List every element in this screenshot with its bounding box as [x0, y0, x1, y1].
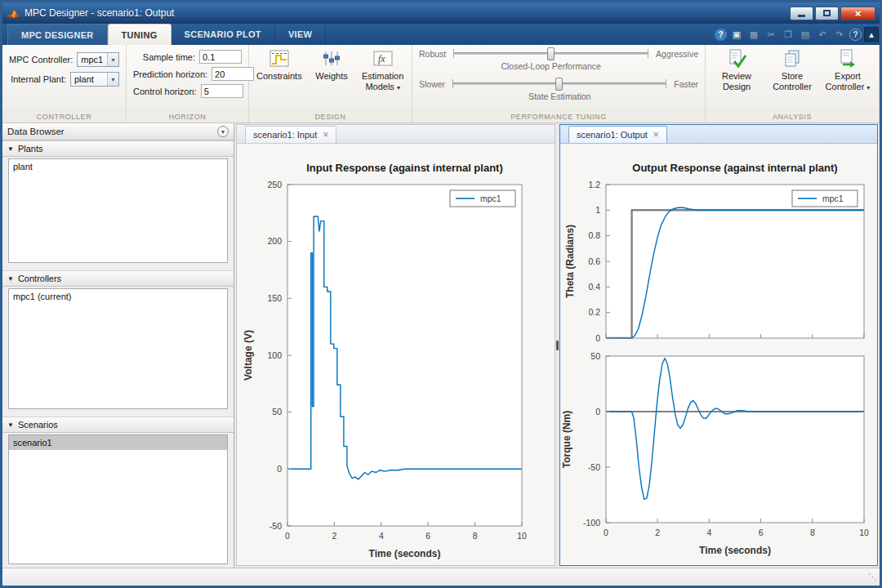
- maximize-button[interactable]: [815, 7, 839, 20]
- ribbon-tab-view[interactable]: VIEW: [275, 24, 326, 45]
- panel-splitter[interactable]: [555, 124, 559, 566]
- scenarios-title: Scenarios: [18, 420, 58, 430]
- state-estimation-slider[interactable]: State Estimation: [452, 77, 666, 105]
- redo-icon[interactable]: ↷: [832, 27, 847, 42]
- svg-text:2: 2: [655, 528, 660, 537]
- store-controller-icon: [782, 48, 803, 69]
- undo-icon[interactable]: ↶: [815, 27, 830, 42]
- prediction-horizon-label: Prediction horizon:: [133, 69, 212, 79]
- svg-text:10: 10: [517, 531, 527, 541]
- review-design-icon: [726, 48, 747, 69]
- chart-canvas: 0246810-100-50050Torque (Nm)Time (second…: [560, 348, 877, 565]
- svg-text:250: 250: [267, 180, 282, 189]
- close-button[interactable]: ×: [840, 7, 875, 20]
- help-icon[interactable]: ?: [715, 29, 727, 41]
- internal-plant-dropdown[interactable]: plant ▾: [70, 72, 119, 87]
- screenshot-icon[interactable]: ▣: [729, 27, 744, 42]
- sample-time-input[interactable]: [199, 50, 242, 64]
- controller-section: MPC Controller: mpc1 ▾ Internal Plant: p…: [2, 45, 127, 122]
- state-estimation-label: State Estimation: [452, 91, 666, 101]
- store-controller-button[interactable]: Store Controller: [768, 46, 817, 94]
- slider-handle[interactable]: [547, 47, 555, 60]
- mpc-controller-label: MPC Controller:: [9, 55, 77, 65]
- tab-scenario1-output[interactable]: scenario1: Output ×: [568, 126, 667, 143]
- analysis-section-label: ANALYSIS: [706, 110, 879, 122]
- constraints-button[interactable]: Constraints: [256, 46, 303, 84]
- svg-text:0.6: 0.6: [588, 256, 600, 266]
- svg-text:Time (seconds): Time (seconds): [699, 545, 771, 556]
- close-tab-icon[interactable]: ×: [323, 131, 328, 139]
- estimation-models-button[interactable]: fx Estimation Models ▾: [360, 46, 405, 94]
- matlab-logo-icon: [7, 7, 20, 19]
- close-icon: ×: [855, 8, 862, 19]
- close-tab-icon[interactable]: ×: [653, 131, 659, 139]
- constraints-label: Constraints: [256, 71, 302, 81]
- slower-label: Slower: [419, 77, 445, 89]
- chevron-down-icon: ▾: [397, 84, 400, 91]
- chevron-down-icon: ▾: [107, 53, 118, 66]
- ribbon-tab-scenario-plot[interactable]: SCENARIO PLOT: [172, 24, 275, 45]
- scenarios-section-header[interactable]: ▼ Scenarios: [2, 416, 234, 433]
- controllers-title: Controllers: [18, 274, 61, 283]
- svg-text:2: 2: [332, 531, 336, 541]
- internal-plant-label: Internal Plant:: [9, 74, 70, 84]
- controllers-section-header[interactable]: ▼ Controllers: [2, 270, 234, 287]
- svg-text:Torque (Nm): Torque (Nm): [561, 411, 572, 468]
- svg-text:100: 100: [267, 350, 282, 360]
- status-bar: ⋱: [2, 568, 880, 586]
- mpc-controller-dropdown[interactable]: mpc1 ▾: [77, 52, 119, 67]
- data-browser-collapse-icon[interactable]: ▼: [217, 126, 229, 137]
- cut-icon[interactable]: ✂: [764, 27, 778, 42]
- plants-section-header[interactable]: ▼ Plants: [2, 140, 234, 157]
- output-document-panel: scenario1: Output × 00.20.40.60.811.2Out…: [559, 124, 878, 566]
- minimize-button[interactable]: [790, 7, 813, 20]
- help-circle-icon[interactable]: ?: [849, 29, 862, 41]
- horizon-section: Sample time: Prediction horizon: Control…: [127, 45, 249, 122]
- document-area: scenario1: Input × 0246810-5005010015020…: [234, 123, 880, 568]
- list-item-scenario1[interactable]: scenario1: [9, 435, 227, 450]
- ribbon-tab-mpc-designer[interactable]: MPC DESIGNER: [7, 24, 108, 45]
- design-section: Constraints Weights: [249, 45, 412, 122]
- review-design-button[interactable]: Review Design: [712, 46, 761, 94]
- splitter-handle-icon: [556, 341, 559, 350]
- svg-text:0.4: 0.4: [588, 282, 600, 292]
- list-item-mpc1[interactable]: mpc1 (current): [9, 289, 227, 304]
- svg-text:0: 0: [595, 333, 600, 343]
- output-tab-bar: scenario1: Output ×: [560, 125, 877, 144]
- svg-text:1: 1: [595, 205, 600, 215]
- tab-scenario1-input[interactable]: scenario1: Input ×: [245, 126, 336, 143]
- save-icon[interactable]: ▦: [746, 27, 761, 42]
- review-design-label: Review Design: [722, 71, 751, 91]
- control-horizon-input[interactable]: [201, 84, 243, 98]
- window-title: MPC Designer - scenario1: Output: [24, 7, 174, 19]
- svg-text:0: 0: [595, 407, 600, 416]
- export-controller-button[interactable]: Export Controller ▾: [823, 46, 872, 94]
- copy-icon[interactable]: ❐: [781, 27, 795, 42]
- chevron-down-icon: ▾: [107, 73, 118, 86]
- window-controls: ×: [790, 7, 875, 20]
- paste-icon[interactable]: ▤: [798, 27, 813, 42]
- sample-time-label: Sample time:: [133, 52, 199, 62]
- svg-text:Input Response (against intern: Input Response (against internal plant): [306, 162, 503, 174]
- ribbon-tab-tuning[interactable]: TUNING: [108, 24, 172, 45]
- torque-response-chart: 0246810-100-50050Torque (Nm)Time (second…: [560, 348, 877, 565]
- closed-loop-performance-slider[interactable]: Closed-Loop Performance: [453, 47, 648, 74]
- theta-response-chart: 00.20.40.60.811.2Output Response (agains…: [560, 144, 877, 348]
- svg-text:4: 4: [706, 528, 711, 537]
- prediction-horizon-input[interactable]: [212, 67, 254, 81]
- input-tab-bar: scenario1: Input ×: [237, 125, 555, 144]
- resize-grip-icon[interactable]: ⋱: [868, 572, 877, 581]
- performance-tuning-section: Robust Closed-Loop Performance Aggressiv…: [412, 45, 706, 122]
- mpc-controller-value: mpc1: [78, 55, 107, 65]
- svg-text:fx: fx: [378, 53, 385, 65]
- collapse-ribbon-icon[interactable]: ▴: [864, 27, 879, 42]
- controllers-list: mpc1 (current): [8, 288, 228, 409]
- weights-button[interactable]: Weights: [310, 46, 354, 84]
- store-controller-label: Store Controller: [773, 71, 812, 91]
- design-section-label: DESIGN: [249, 110, 412, 122]
- slider-handle[interactable]: [555, 78, 563, 91]
- list-item-plant[interactable]: plant: [9, 159, 227, 174]
- svg-text:0.2: 0.2: [588, 307, 600, 317]
- svg-text:50: 50: [590, 351, 600, 361]
- svg-text:6: 6: [425, 531, 430, 541]
